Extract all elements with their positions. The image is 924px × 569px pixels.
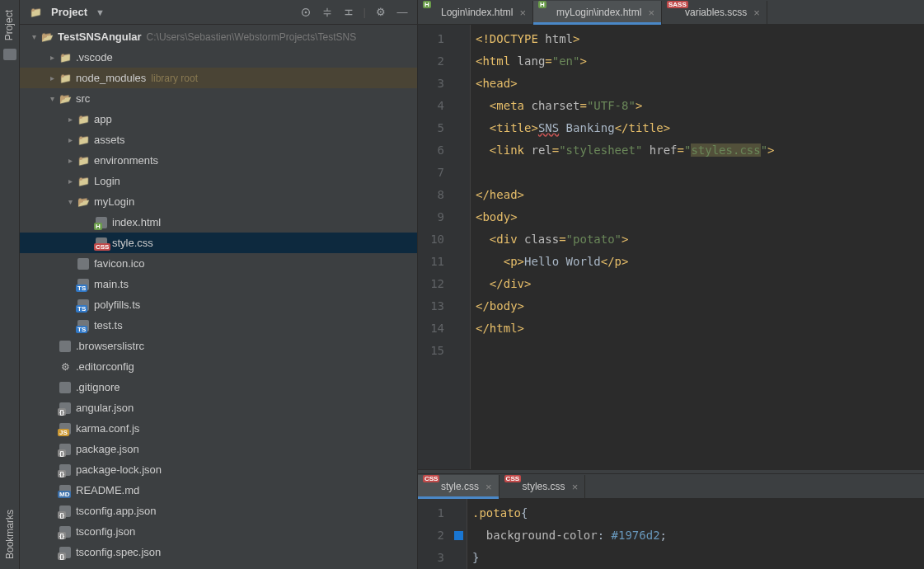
tree-item[interactable]: TSpolyfills.ts: [20, 294, 417, 315]
tree-item[interactable]: assets: [20, 129, 417, 150]
tree-item[interactable]: .gitignore: [20, 377, 417, 397]
svg-point-1: [304, 11, 307, 13]
tree-arrow[interactable]: [46, 94, 58, 103]
fold-gutter[interactable]: [459, 25, 471, 469]
bookmarks-tool-button[interactable]: Bookmarks: [4, 506, 16, 562]
code-text[interactable]: <!DOCTYPE html><html lang="en"><head> <m…: [471, 25, 924, 469]
editor-tab[interactable]: CSSstyle.css×: [418, 475, 500, 498]
tree-item[interactable]: TestSNSAngularC:\Users\Sebastien\Webstor…: [20, 26, 417, 47]
sass-file-icon: SASS: [668, 7, 680, 18]
tree-arrow[interactable]: [64, 197, 76, 206]
tab-label: style.css: [441, 481, 479, 492]
tree-item-label: karma.conf.js: [76, 422, 139, 435]
editor-tab[interactable]: CSSstyles.css×: [500, 475, 586, 498]
close-tab-icon[interactable]: ×: [753, 7, 760, 19]
gear-icon: ⚙: [58, 360, 73, 374]
css-file-icon: CSS: [424, 481, 436, 492]
json-file-icon: {}: [58, 525, 73, 538]
generic-file-icon: [76, 257, 91, 270]
tree-arrow[interactable]: [46, 73, 58, 82]
tree-item[interactable]: .vscode: [20, 47, 417, 68]
tree-item[interactable]: MDREADME.md: [20, 480, 417, 501]
tree-arrow[interactable]: [64, 115, 76, 124]
tree-item[interactable]: Login: [20, 171, 417, 191]
tree-item[interactable]: Hindex.html: [20, 212, 417, 233]
tree-arrow[interactable]: [64, 156, 76, 165]
tree-item[interactable]: favicon.ico: [20, 253, 417, 274]
md-file-icon: MD: [58, 484, 73, 497]
tree-item[interactable]: environments: [20, 150, 417, 171]
panel-title[interactable]: Project: [51, 6, 87, 18]
editor-tab-bar-lower: CSSstyle.css×CSSstyles.css×: [418, 474, 924, 499]
editor-area: HLogin\index.html×HmyLogin\index.html×SA…: [418, 0, 924, 569]
code-text[interactable]: .potato{ background-color: #1976d2;}: [467, 499, 924, 569]
tree-arrow[interactable]: [64, 135, 76, 144]
tree-item[interactable]: node_moduleslibrary root: [20, 68, 417, 88]
folder-icon: [28, 6, 43, 19]
close-tab-icon[interactable]: ×: [572, 481, 579, 493]
project-tree[interactable]: TestSNSAngularC:\Users\Sebastien\Webstor…: [20, 25, 417, 569]
tree-item[interactable]: ⚙.editorconfig: [20, 356, 417, 377]
tree-item-label: test.ts: [94, 319, 123, 332]
folder-icon: [76, 134, 91, 147]
editor-tab[interactable]: SASSvariables.scss×: [662, 1, 767, 24]
select-opened-file-icon[interactable]: [299, 6, 312, 19]
html-file-icon: H: [540, 7, 551, 18]
tree-item[interactable]: {}tsconfig.app.json: [20, 501, 417, 521]
editor-tab[interactable]: HmyLogin\index.html×: [533, 1, 662, 24]
tree-item-label: package.json: [76, 443, 139, 455]
tree-item[interactable]: TSmain.ts: [20, 274, 417, 294]
project-panel: Project ▼ | ⚙ — TestSNSAngularC:\Users\S…: [20, 0, 418, 569]
folder-icon: [58, 51, 73, 64]
tab-label: Login\index.html: [441, 7, 513, 18]
html-file-icon: H: [94, 216, 109, 229]
tree-arrow[interactable]: [46, 53, 58, 62]
tree-item[interactable]: {}tsconfig.json: [20, 521, 417, 542]
close-tab-icon[interactable]: ×: [648, 7, 654, 19]
tree-item[interactable]: {}angular.json: [20, 397, 417, 418]
tree-item-label: package-lock.json: [76, 463, 162, 476]
tree-item[interactable]: {}package.json: [20, 439, 417, 459]
settings-icon[interactable]: ⚙: [374, 6, 387, 19]
ts-file-icon: TS: [76, 319, 91, 332]
json-file-icon: {}: [58, 443, 73, 456]
tree-item[interactable]: myLogin: [20, 191, 417, 212]
project-panel-header: Project ▼ | ⚙ —: [20, 0, 417, 25]
code-editor-bottom[interactable]: 123 .potato{ background-color: #1976d2;}: [418, 499, 924, 569]
tab-label: myLogin\index.html: [556, 7, 641, 18]
line-gutter: 123456789101112131415: [418, 25, 459, 469]
folder-icon: [58, 92, 73, 106]
tree-item-label: polyfills.ts: [94, 299, 140, 311]
editor-tab[interactable]: HLogin\index.html×: [418, 1, 533, 24]
hide-panel-icon[interactable]: —: [396, 6, 409, 19]
tree-item[interactable]: src: [20, 88, 417, 109]
tree-arrow[interactable]: [28, 32, 40, 41]
generic-file-icon: [58, 381, 73, 394]
tree-item[interactable]: .browserslistrc: [20, 336, 417, 356]
tree-item[interactable]: {}tsconfig.spec.json: [20, 542, 417, 562]
tree-item-label: .gitignore: [76, 381, 120, 393]
tree-arrow[interactable]: [64, 176, 76, 186]
tree-item-label: app: [94, 113, 112, 125]
color-swatch[interactable]: [454, 531, 463, 540]
close-tab-icon[interactable]: ×: [485, 481, 492, 493]
tree-item-label: index.html: [112, 216, 161, 228]
tree-item-path: C:\Users\Sebastien\WebstormProjects\Test…: [147, 31, 357, 43]
chevron-down-icon[interactable]: ▼: [96, 7, 105, 17]
folder-icon: [58, 72, 73, 85]
tree-item[interactable]: {}package-lock.json: [20, 459, 417, 480]
folder-icon: [76, 175, 91, 188]
tree-item[interactable]: CSSstyle.css: [20, 233, 417, 253]
tree-item[interactable]: JSkarma.conf.js: [20, 418, 417, 439]
code-editor-top[interactable]: 123456789101112131415 <!DOCTYPE html><ht…: [418, 25, 924, 469]
editor-tab-bar: HLogin\index.html×HmyLogin\index.html×SA…: [418, 0, 924, 25]
tree-item-label: README.md: [76, 484, 139, 496]
project-tool-button[interactable]: Project: [3, 7, 15, 44]
tree-item[interactable]: TStest.ts: [20, 315, 417, 336]
generic-file-icon: [58, 340, 73, 353]
collapse-all-icon[interactable]: [342, 6, 355, 19]
tree-item[interactable]: app: [20, 109, 417, 129]
json-file-icon: {}: [58, 546, 73, 559]
expand-all-icon[interactable]: [321, 6, 334, 19]
close-tab-icon[interactable]: ×: [519, 7, 526, 19]
